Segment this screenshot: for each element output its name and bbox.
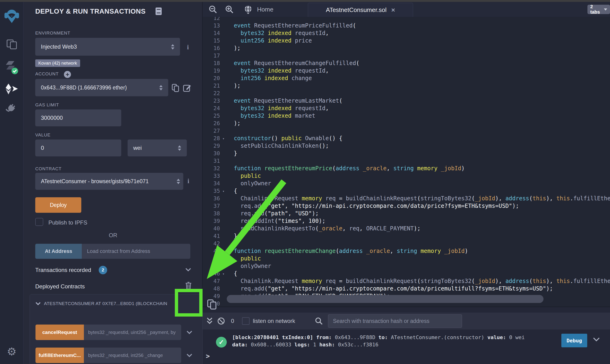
fold-gutter (220, 97, 227, 104)
line-number[interactable]: 48 (202, 285, 220, 292)
line-number[interactable]: 49 (202, 292, 220, 300)
line-number[interactable]: 23 (202, 97, 220, 104)
line-number[interactable]: 35 (202, 187, 220, 195)
line-number[interactable]: 21 (202, 82, 220, 90)
line-number[interactable]: 41 (202, 232, 220, 240)
fold-gutter (220, 22, 227, 29)
value-unit-select[interactable]: wei (128, 140, 187, 156)
zoom-in-icon[interactable] (225, 5, 234, 14)
line-number[interactable]: 22 (202, 90, 220, 97)
copy-account-icon[interactable] (172, 84, 180, 92)
line-number[interactable]: 18 (202, 59, 220, 67)
line-number[interactable]: 13 (202, 22, 220, 29)
copy-contract-address-icon[interactable] (207, 299, 217, 310)
remix-logo-icon[interactable] (0, 9, 23, 24)
code-line-48: 48 req.add("get", "https://min-api.crypt… (202, 285, 610, 292)
line-number[interactable]: 15 (202, 37, 220, 44)
code-line-26: 26 ); (202, 119, 610, 127)
network-badge: Kovan (42) network (35, 59, 80, 67)
tx-log-entry[interactable]: [block:20780401 txIndex:0] from: 0x643..… (232, 334, 557, 348)
line-number[interactable]: 47 (202, 277, 220, 285)
terminal-collapse-icon[interactable] (206, 317, 213, 325)
environment-info-icon[interactable]: i (187, 44, 189, 51)
line-number[interactable]: 38 (202, 210, 220, 217)
line-number[interactable]: 40 (202, 225, 220, 232)
line-number[interactable]: 29 (202, 142, 220, 150)
line-number[interactable]: 16 (202, 44, 220, 52)
tab-active-file[interactable]: ATestnetConsumer.sol × (308, 3, 413, 17)
tabs-count-badge[interactable]: 2 tabs (587, 5, 610, 14)
debug-button[interactable]: Debug (561, 334, 587, 347)
line-number[interactable]: 26 (202, 119, 220, 127)
contract-function-params-input[interactable]: bytes32 _requestId, int256 _change (84, 348, 181, 363)
editor-horizontal-scrollbar[interactable] (227, 295, 544, 303)
listen-network-checkbox[interactable] (242, 317, 250, 325)
transactions-collapse-chevron-icon[interactable] (185, 268, 191, 272)
line-number[interactable]: 31 (202, 157, 220, 165)
line-number[interactable]: 39 (202, 217, 220, 225)
code-editor[interactable]: 1213 event RequestEthereumPriceFulfilled… (202, 17, 610, 306)
code-lines: 1213 event RequestEthereumPriceFulfilled… (202, 17, 610, 306)
clear-console-icon[interactable] (217, 317, 225, 325)
terminal-search-input[interactable] (328, 314, 462, 328)
fold-toggle-icon[interactable]: ▾ (220, 187, 227, 195)
line-number[interactable]: 37 (202, 202, 220, 210)
zoom-out-icon[interactable] (209, 5, 217, 14)
function-expand-chevron-icon[interactable] (186, 330, 192, 334)
line-number[interactable]: 24 (202, 104, 220, 112)
line-number[interactable]: 32 (202, 165, 220, 172)
contract-function-button[interactable]: cancelRequest (36, 325, 84, 340)
contract-info-icon[interactable]: i (187, 178, 189, 185)
line-number[interactable]: 14 (202, 29, 220, 37)
line-number[interactable]: 17 (202, 52, 220, 59)
tx-expand-chevron-icon[interactable] (593, 337, 600, 341)
line-number[interactable]: 45 (202, 262, 220, 270)
line-number[interactable]: 33 (202, 172, 220, 180)
doc-link-icon[interactable] (155, 7, 162, 15)
close-tab-icon[interactable]: × (391, 7, 395, 13)
deploy-run-icon[interactable] (0, 83, 23, 95)
line-number[interactable]: 28 (202, 135, 220, 142)
line-number[interactable]: 27 (202, 127, 220, 135)
solidity-compiler-icon[interactable] (0, 61, 23, 75)
account-select[interactable]: 0x643...9F88D (1.666673996 ether) (35, 79, 168, 96)
gas-limit-input[interactable] (35, 109, 121, 126)
line-number[interactable]: 34 (202, 180, 220, 187)
fold-toggle-icon[interactable]: ▾ (220, 270, 227, 277)
deploy-button[interactable]: Deploy (35, 197, 81, 213)
fold-toggle-icon[interactable]: ▾ (220, 135, 227, 142)
tab-home[interactable]: Home (243, 2, 273, 17)
line-number[interactable]: 12 (202, 17, 220, 22)
line-number[interactable]: 44 (202, 255, 220, 262)
contract-select[interactable]: ATestnetConsumer - browser/gists/9b71e07… (35, 173, 183, 190)
line-number[interactable]: 42 (202, 240, 220, 247)
deployed-contract-header[interactable]: ATESTNETCONSUMER AT 0X7E7...E80D1 (BLOCK… (36, 301, 186, 306)
settings-gear-icon[interactable]: ⚙ (0, 345, 23, 358)
code-line-18: 18 event RequestEthereumChangeFulfilled( (202, 59, 610, 67)
terminal-prompt[interactable]: > (206, 352, 210, 360)
plugin-manager-icon[interactable] (0, 102, 23, 114)
edit-account-icon[interactable] (183, 84, 191, 92)
line-number[interactable]: 20 (202, 75, 220, 82)
line-number[interactable]: 46 (202, 270, 220, 277)
line-number[interactable]: 43 (202, 247, 220, 255)
fold-gutter (220, 165, 227, 172)
line-number[interactable]: 19 (202, 67, 220, 75)
line-number[interactable]: 30 (202, 150, 220, 157)
at-address-input[interactable] (82, 244, 190, 259)
code-line-19: 19 bytes32 indexed requestId, (202, 67, 610, 75)
line-number[interactable]: 36 (202, 195, 220, 202)
function-expand-chevron-icon[interactable] (186, 353, 192, 357)
fold-gutter (220, 29, 227, 37)
line-number[interactable]: 25 (202, 112, 220, 119)
contract-function-button[interactable]: fulfillEthereumC... (36, 348, 84, 363)
add-account-icon[interactable]: + (64, 71, 71, 78)
contract-function-params-input[interactable]: bytes32 _requestId, uint256 _payment, by (84, 325, 181, 340)
at-address-button[interactable]: At Address (35, 244, 82, 259)
code-line-14: 14 bytes32 indexed requestId, (202, 29, 610, 37)
environment-select[interactable]: Injected Web3 (35, 38, 180, 56)
publish-ipfs-checkbox[interactable] (35, 218, 43, 226)
file-explorer-icon[interactable] (0, 39, 23, 50)
clear-deployed-trash-icon[interactable] (185, 282, 192, 289)
value-input[interactable] (35, 140, 121, 156)
